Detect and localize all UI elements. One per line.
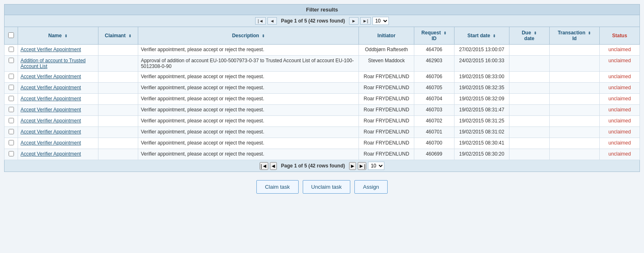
row-name-link[interactable]: Accept Verifier Appointment <box>21 151 81 157</box>
row-name-link[interactable]: Addition of account to Trusted Account L… <box>21 58 86 69</box>
row-request-id-cell: 462903 <box>414 56 454 72</box>
row-name-link[interactable]: Accept Verifier Appointment <box>21 140 81 146</box>
header-claimant[interactable]: Claimant ⇕ <box>98 27 138 45</box>
row-transaction-id-cell <box>549 56 599 72</box>
row-claimant-cell <box>98 83 138 94</box>
row-checkbox[interactable] <box>9 96 14 101</box>
header-due-date[interactable]: Due ⇕date <box>509 27 550 45</box>
row-checkbox[interactable] <box>9 118 14 123</box>
header-status: Status <box>600 27 640 45</box>
row-checkbox-cell[interactable] <box>5 127 18 138</box>
row-name-link[interactable]: Accept Verifier Appointment <box>21 118 81 124</box>
row-status-cell: unclaimed <box>600 72 640 83</box>
row-description-cell: Verifier appointment, please accept or r… <box>138 72 359 83</box>
row-due-date-cell <box>509 149 550 160</box>
row-due-date-cell <box>509 94 550 105</box>
row-due-date-cell <box>509 72 550 83</box>
row-checkbox-cell[interactable] <box>5 138 18 149</box>
row-name-link[interactable]: Accept Verifier Appointment <box>21 47 81 52</box>
header-description[interactable]: Description ⇕ <box>138 27 359 45</box>
row-request-id-cell: 464706 <box>414 45 454 56</box>
row-claimant-cell <box>98 149 138 160</box>
next-page-button[interactable]: ► <box>349 17 359 25</box>
header-checkbox-cell[interactable] <box>5 27 18 45</box>
row-checkbox-cell[interactable] <box>5 83 18 94</box>
row-name-link[interactable]: Accept Verifier Appointment <box>21 96 81 102</box>
table-row: Accept Verifier AppointmentVerifier appo… <box>5 116 640 127</box>
row-checkbox[interactable] <box>9 129 14 134</box>
row-checkbox[interactable] <box>9 85 14 90</box>
row-name-cell: Accept Verifier Appointment <box>18 45 98 56</box>
assign-button[interactable]: Assign <box>354 180 388 194</box>
row-due-date-cell <box>509 127 550 138</box>
header-initiator: Initiator <box>359 27 414 45</box>
row-due-date-cell <box>509 138 550 149</box>
row-initiator-cell: Roar FRYDENLUND <box>359 94 414 105</box>
row-initiator-cell: Roar FRYDENLUND <box>359 83 414 94</box>
row-start-date-cell: 19/02/2015 08:30:20 <box>454 149 509 160</box>
header-request-id[interactable]: Request ⇕ID <box>414 27 454 45</box>
row-checkbox[interactable] <box>9 140 14 145</box>
row-checkbox-cell[interactable] <box>5 56 18 72</box>
row-initiator-cell: Roar FRYDENLUND <box>359 72 414 83</box>
description-sort-icon: ⇕ <box>262 34 265 38</box>
row-request-id-cell: 460699 <box>414 149 454 160</box>
row-start-date-cell: 19/02/2015 08:33:00 <box>454 72 509 83</box>
row-claimant-cell <box>98 105 138 116</box>
row-checkbox[interactable] <box>9 58 14 63</box>
select-all-checkbox[interactable] <box>8 32 14 38</box>
header-transaction-id[interactable]: Transaction ⇕Id <box>549 27 599 45</box>
row-request-id-cell: 460701 <box>414 127 454 138</box>
bottom-per-page-select[interactable]: 10 25 50 <box>368 162 384 170</box>
row-name-cell: Accept Verifier Appointment <box>18 72 98 83</box>
row-start-date-cell: 27/02/2015 13:00:07 <box>454 45 509 56</box>
table-row: Accept Verifier AppointmentVerifier appo… <box>5 149 640 160</box>
table-row: Addition of account to Trusted Account L… <box>5 56 640 72</box>
row-transaction-id-cell <box>549 45 599 56</box>
row-transaction-id-cell <box>549 116 599 127</box>
row-initiator-cell: Roar FRYDENLUND <box>359 116 414 127</box>
row-checkbox[interactable] <box>9 151 14 156</box>
row-name-link[interactable]: Accept Verifier Appointment <box>21 107 81 113</box>
row-description-cell: Verifier appointment, please accept or r… <box>138 149 359 160</box>
row-start-date-cell: 19/02/2015 08:31:02 <box>454 127 509 138</box>
row-checkbox-cell[interactable] <box>5 72 18 83</box>
row-checkbox-cell[interactable] <box>5 45 18 56</box>
row-status-cell: unclaimed <box>600 138 640 149</box>
row-initiator-cell: Oddbjørn Rafteseth <box>359 45 414 56</box>
row-claimant-cell <box>98 45 138 56</box>
header-name[interactable]: Name ⇕ <box>18 27 98 45</box>
row-checkbox-cell[interactable] <box>5 94 18 105</box>
row-name-link[interactable]: Accept Verifier Appointment <box>21 129 81 135</box>
row-checkbox-cell[interactable] <box>5 105 18 116</box>
name-sort-icon: ⇕ <box>64 34 68 38</box>
row-name-link[interactable]: Accept Verifier Appointment <box>21 85 81 90</box>
bottom-last-page-button[interactable]: ►| <box>358 162 366 170</box>
row-description-cell: Verifier appointment, please accept or r… <box>138 127 359 138</box>
row-checkbox[interactable] <box>9 74 14 79</box>
row-claimant-cell <box>98 72 138 83</box>
row-checkbox-cell[interactable] <box>5 149 18 160</box>
header-start-date[interactable]: Start date ⇕ <box>454 27 509 45</box>
bottom-first-page-button[interactable]: |◄ <box>260 162 268 170</box>
row-checkbox-cell[interactable] <box>5 116 18 127</box>
table-row: Accept Verifier AppointmentVerifier appo… <box>5 138 640 149</box>
row-checkbox[interactable] <box>9 47 14 52</box>
claim-task-button[interactable]: Claim task <box>256 180 299 194</box>
prev-page-button[interactable]: ◄ <box>267 17 277 25</box>
row-claimant-cell <box>98 94 138 105</box>
row-checkbox[interactable] <box>9 107 14 112</box>
row-start-date-cell: 19/02/2015 08:31:47 <box>454 105 509 116</box>
per-page-select[interactable]: 10 25 50 <box>372 17 389 25</box>
row-name-link[interactable]: Accept Verifier Appointment <box>21 74 81 79</box>
row-request-id-cell: 460702 <box>414 116 454 127</box>
row-due-date-cell <box>509 105 550 116</box>
last-page-button[interactable]: ►| <box>360 17 371 25</box>
row-initiator-cell: Roar FRYDENLUND <box>359 127 414 138</box>
bottom-prev-page-button[interactable]: ◄ <box>270 162 277 170</box>
unclaim-task-button[interactable]: Unclaim task <box>303 180 350 194</box>
first-page-button[interactable]: |◄ <box>255 17 266 25</box>
pagination-text: Page 1 of 5 (42 rows found) <box>281 18 345 24</box>
row-description-cell: Verifier appointment, please accept or r… <box>138 45 359 56</box>
bottom-next-page-button[interactable]: ► <box>349 162 356 170</box>
